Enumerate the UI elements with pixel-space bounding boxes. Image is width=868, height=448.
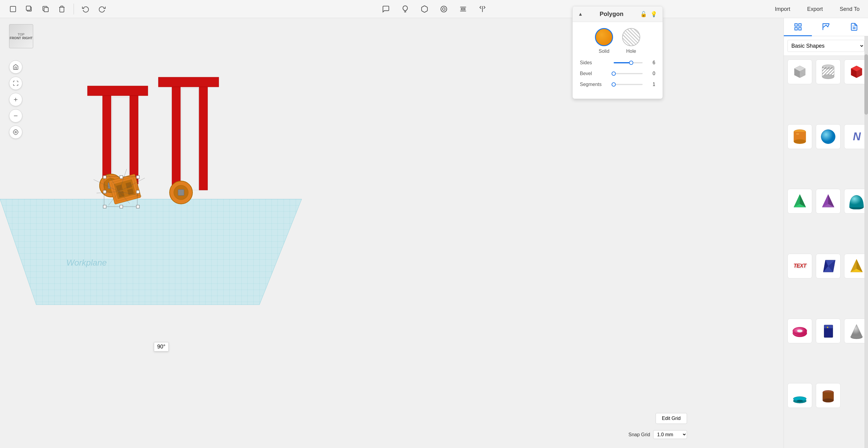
shape-gray-cube[interactable] [787, 59, 812, 84]
sides-slider-row: Sides 6 [579, 60, 656, 65]
svg-point-88 [796, 133, 799, 134]
mirror-button[interactable] [475, 2, 489, 16]
svg-line-56 [97, 192, 119, 193]
svg-text:★: ★ [826, 326, 829, 329]
svg-rect-31 [158, 77, 219, 87]
shape-green-pyramid[interactable] [787, 189, 812, 214]
shape-type-options: Solid Hole [579, 28, 656, 54]
shape-striped-cylinder[interactable] [816, 59, 841, 84]
solid-option[interactable]: Solid [595, 28, 613, 54]
svg-rect-43 [104, 177, 137, 207]
home-tool[interactable] [9, 60, 22, 74]
redo-button[interactable] [95, 2, 109, 16]
shape-pink-torus[interactable] [787, 319, 812, 343]
shape-navy-box[interactable]: ★ [816, 319, 841, 343]
export-button[interactable]: Export [799, 4, 831, 15]
svg-rect-22 [130, 88, 138, 184]
polygon-header: ▲ Polygon 🔓 💡 [572, 18, 662, 22]
svg-rect-49 [103, 205, 106, 208]
center-icons [379, 2, 489, 16]
lightbulb-button[interactable] [398, 2, 412, 16]
comment-button[interactable] [379, 2, 393, 16]
svg-line-52 [119, 178, 145, 192]
undo-button[interactable] [79, 2, 93, 16]
selected-orange-box[interactable] [108, 174, 141, 204]
svg-marker-19 [0, 199, 302, 305]
fit-tool[interactable] [9, 76, 22, 90]
import-button[interactable]: Import [766, 4, 799, 15]
segments-value: 1 [646, 82, 655, 87]
right-panel-tabs [784, 18, 868, 36]
sendto-button[interactable]: Send To [831, 4, 868, 15]
cube-front-label: FRONT [10, 36, 21, 40]
svg-rect-37 [112, 177, 138, 201]
main-toolbar: Import Export Send To [0, 0, 868, 18]
shape-red-text[interactable]: TEXT [787, 254, 812, 279]
svg-rect-46 [136, 175, 140, 179]
toolbar-tools [6, 2, 109, 16]
svg-point-116 [823, 398, 834, 403]
zoom-in-tool[interactable] [9, 93, 22, 106]
hole-option[interactable]: Hole [622, 28, 640, 54]
scrollbar-track [864, 36, 868, 448]
red-frame-right [158, 77, 219, 204]
svg-rect-30 [199, 78, 208, 190]
tab-angle[interactable] [812, 18, 840, 36]
shapes-category-select[interactable]: Basic Shapes Featured Letters Connectors… [787, 40, 864, 52]
edit-grid-button[interactable]: Edit Grid [656, 413, 687, 424]
shape-brown-cylinder[interactable] [816, 383, 841, 408]
view-tool[interactable] [9, 126, 22, 139]
svg-rect-12 [461, 8, 465, 9]
shape-purple-pyramid[interactable] [816, 189, 841, 214]
shape-teal-ring[interactable] [787, 383, 812, 408]
sides-value: 6 [646, 60, 655, 65]
import-export-area: Import Export Send To [766, 0, 868, 18]
svg-rect-62 [799, 24, 801, 26]
left-tools [9, 60, 22, 139]
bevel-slider-row: Bevel 0 [579, 71, 656, 76]
svg-point-76 [822, 74, 834, 79]
svg-rect-64 [795, 28, 797, 30]
svg-point-9 [441, 6, 447, 12]
scrollbar-thumb[interactable] [864, 54, 868, 115]
tab-grid[interactable] [784, 18, 812, 36]
shapes-grid: N [784, 56, 868, 448]
segments-thumb[interactable] [612, 83, 616, 87]
group-button[interactable] [437, 2, 451, 16]
bevel-thumb[interactable] [612, 71, 616, 76]
svg-line-57 [108, 192, 119, 205]
svg-line-58 [119, 192, 130, 204]
svg-point-85 [794, 139, 806, 143]
rotation-lines [94, 169, 145, 205]
viewport-3d[interactable]: TOP FRONT RIGHT [0, 18, 783, 448]
svg-rect-44 [103, 175, 106, 179]
sides-label: Sides [580, 60, 610, 65]
zoom-out-tool[interactable] [9, 109, 22, 123]
shape-button[interactable] [417, 2, 431, 16]
delete-button[interactable] [55, 2, 69, 16]
svg-rect-36 [108, 174, 141, 204]
svg-rect-41 [118, 191, 125, 198]
shape-navy-prism[interactable] [816, 254, 841, 279]
svg-rect-50 [120, 205, 123, 208]
snap-grid-select[interactable]: 1.0 mm ▲ 0.1 mm 0.5 mm 1.0 mm 2.0 mm 5.0… [653, 430, 687, 439]
new-button[interactable] [6, 2, 20, 16]
svg-rect-28 [108, 183, 114, 189]
shape-blue-sphere[interactable] [816, 124, 841, 149]
align-button[interactable] [456, 2, 470, 16]
selection-handles [103, 175, 140, 208]
svg-marker-20 [0, 199, 302, 305]
svg-line-53 [119, 169, 127, 192]
svg-rect-63 [799, 28, 801, 30]
sides-thumb[interactable] [629, 61, 633, 65]
shape-orange-cylinder[interactable] [787, 124, 812, 149]
svg-text:Workplane: Workplane [66, 258, 107, 267]
tab-notes[interactable] [840, 18, 868, 36]
svg-line-59 [119, 192, 142, 196]
duplicate-button[interactable] [39, 2, 53, 16]
copy-button[interactable] [22, 2, 36, 16]
red-frame-left [88, 86, 148, 197]
svg-line-54 [105, 170, 119, 192]
orientation-cube[interactable]: TOP FRONT RIGHT [9, 24, 39, 54]
svg-rect-38 [114, 179, 136, 199]
